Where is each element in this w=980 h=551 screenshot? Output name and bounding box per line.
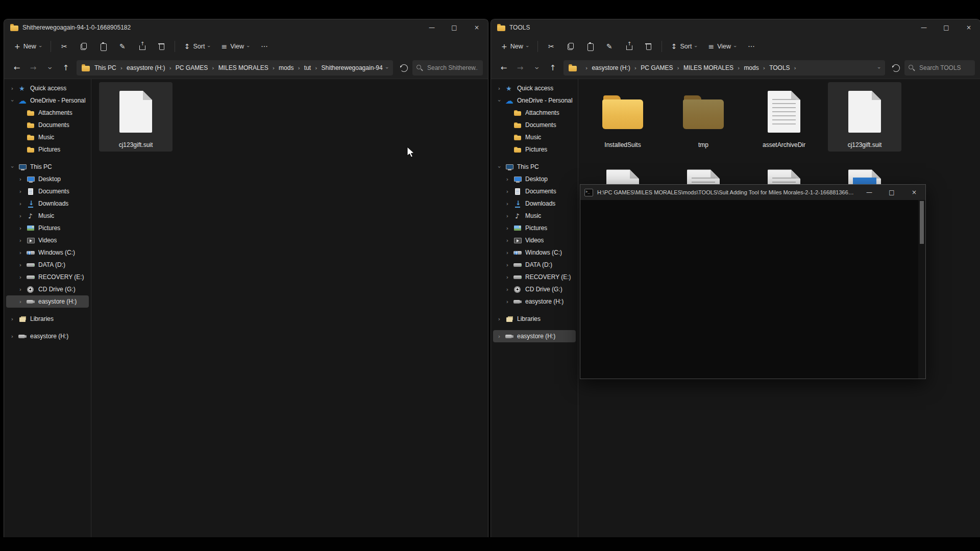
more-options-button[interactable]: ···: [742, 39, 761, 54]
sidebar-item[interactable]: Videos: [493, 234, 576, 246]
view-dropdown[interactable]: ≡ View ›: [216, 39, 254, 54]
expand-chevron-icon[interactable]: [504, 146, 510, 153]
expand-chevron-icon[interactable]: [496, 85, 502, 92]
sidebar-item[interactable]: Desktop: [6, 173, 89, 185]
sidebar-item[interactable]: Pictures: [493, 143, 576, 156]
expand-chevron-icon[interactable]: [17, 176, 23, 183]
sidebar-item[interactable]: Pictures: [493, 222, 576, 234]
back-button[interactable]: ←: [496, 60, 511, 76]
minimize-button[interactable]: —: [913, 19, 935, 36]
sidebar-item[interactable]: easystore (H:): [6, 330, 89, 342]
breadcrumb-item[interactable]: TOOLS ›: [768, 63, 799, 72]
sidebar-item[interactable]: DATA (D:): [493, 259, 576, 271]
maximize-button[interactable]: □: [880, 185, 903, 200]
expand-chevron-icon[interactable]: [504, 262, 510, 268]
breadcrumb-bar[interactable]: This PC › easystore (H:) › PC GAMES › MI…: [77, 60, 393, 76]
refresh-button[interactable]: [888, 60, 903, 76]
sidebar-item[interactable]: This PC: [6, 161, 89, 173]
sidebar-item[interactable]: Music: [6, 210, 89, 222]
share-button[interactable]: [620, 39, 638, 54]
sidebar-item[interactable]: Documents: [6, 185, 89, 197]
expand-chevron-icon[interactable]: [9, 316, 15, 322]
sidebar-item[interactable]: CD Drive (G:): [493, 283, 576, 295]
sidebar-item[interactable]: RECOVERY (E:): [6, 271, 89, 283]
sidebar-item[interactable]: Libraries: [6, 313, 89, 325]
expand-chevron-icon[interactable]: [17, 225, 23, 232]
expand-chevron-icon[interactable]: [17, 146, 23, 153]
expand-chevron-icon[interactable]: [504, 225, 510, 232]
forward-button[interactable]: →: [512, 60, 528, 76]
file-tile[interactable]: assetArchiveDir: [747, 82, 821, 152]
expand-chevron-icon[interactable]: [504, 176, 510, 183]
sidebar-item[interactable]: easystore (H:): [493, 330, 576, 342]
recent-locations-button[interactable]: ›: [42, 60, 57, 76]
expand-chevron-icon[interactable]: [504, 213, 510, 219]
cut-button[interactable]: ✂: [542, 39, 560, 54]
paste-button[interactable]: [581, 39, 599, 54]
sidebar-item[interactable]: DATA (D:): [6, 259, 89, 271]
sidebar-item[interactable]: Quick access: [6, 82, 89, 94]
sidebar-item[interactable]: Attachments: [6, 107, 89, 119]
expand-chevron-icon[interactable]: [17, 274, 23, 281]
close-button[interactable]: ×: [903, 185, 925, 200]
sidebar-item[interactable]: Documents: [493, 119, 576, 131]
breadcrumb-item[interactable]: mods ›: [742, 63, 768, 72]
sidebar-item[interactable]: RECOVERY (E:): [493, 271, 576, 283]
expand-chevron-icon[interactable]: [17, 188, 23, 195]
sidebar-item[interactable]: Downloads: [493, 197, 576, 210]
console-titlebar[interactable]: H:\PC GAMES\MILES MORALES\mods\TOOLS\Sui…: [580, 185, 925, 200]
expand-chevron-icon[interactable]: [496, 97, 502, 104]
close-button[interactable]: ×: [958, 19, 980, 36]
sidebar-item[interactable]: Pictures: [6, 143, 89, 156]
expand-chevron-icon[interactable]: [496, 333, 502, 340]
expand-chevron-icon[interactable]: [504, 298, 510, 305]
sidebar-item[interactable]: Libraries: [493, 313, 576, 325]
sidebar-item[interactable]: Windows (C:): [6, 246, 89, 259]
expand-chevron-icon[interactable]: [504, 201, 510, 207]
sidebar-item[interactable]: Desktop: [493, 173, 576, 185]
sidebar-item[interactable]: OneDrive - Personal: [493, 94, 576, 107]
expand-chevron-icon[interactable]: [9, 333, 15, 340]
expand-chevron-icon[interactable]: [504, 188, 510, 195]
sidebar-item[interactable]: Videos: [6, 234, 89, 246]
sidebar-item[interactable]: OneDrive - Personal: [6, 94, 89, 107]
titlebar[interactable]: TOOLS — □ ×: [491, 19, 980, 36]
expand-chevron-icon[interactable]: [17, 237, 23, 244]
expand-chevron-icon[interactable]: [504, 110, 510, 116]
forward-button[interactable]: →: [26, 60, 41, 76]
search-input[interactable]: [918, 64, 971, 72]
expand-chevron-icon[interactable]: [17, 201, 23, 207]
new-button[interactable]: + New ›: [9, 39, 46, 54]
expand-chevron-icon[interactable]: [504, 237, 510, 244]
titlebar[interactable]: Shitherewegoagain-94-1-0-1668905182 — □ …: [4, 19, 488, 36]
sidebar-item[interactable]: easystore (H:): [493, 295, 576, 308]
back-button[interactable]: ←: [9, 60, 24, 76]
maximize-button[interactable]: □: [443, 19, 465, 36]
rename-button[interactable]: ✎: [600, 39, 619, 54]
file-tile[interactable]: InstalledSuits: [586, 82, 659, 152]
recent-locations-button[interactable]: ›: [529, 60, 544, 76]
file-tile[interactable]: cj123gift.suit: [99, 82, 173, 152]
breadcrumb-item[interactable]: MILES MORALES ›: [682, 63, 742, 72]
sort-dropdown[interactable]: ↕ Sort ›: [666, 39, 702, 54]
sidebar-item[interactable]: easystore (H:): [6, 295, 89, 308]
copy-button[interactable]: [75, 39, 93, 54]
rename-button[interactable]: ✎: [113, 39, 132, 54]
file-tile[interactable]: tmp: [667, 82, 740, 152]
breadcrumb-item[interactable]: This PC ›: [93, 63, 125, 72]
breadcrumb-item[interactable]: tut ›: [303, 63, 320, 72]
close-button[interactable]: ×: [465, 19, 488, 36]
delete-button[interactable]: [639, 39, 657, 54]
copy-button[interactable]: [561, 39, 580, 54]
expand-chevron-icon[interactable]: [17, 134, 23, 141]
up-button[interactable]: ↑: [545, 60, 560, 76]
expand-chevron-icon[interactable]: [496, 164, 502, 170]
search-input[interactable]: [426, 64, 479, 72]
expand-chevron-icon[interactable]: [9, 85, 15, 92]
expand-chevron-icon[interactable]: [17, 122, 23, 129]
cut-button[interactable]: ✂: [55, 39, 74, 54]
up-button[interactable]: ↑: [58, 60, 74, 76]
sort-dropdown[interactable]: ↕ Sort ›: [179, 39, 215, 54]
sidebar-item[interactable]: Music: [493, 131, 576, 143]
view-dropdown[interactable]: ≡ View ›: [703, 39, 741, 54]
